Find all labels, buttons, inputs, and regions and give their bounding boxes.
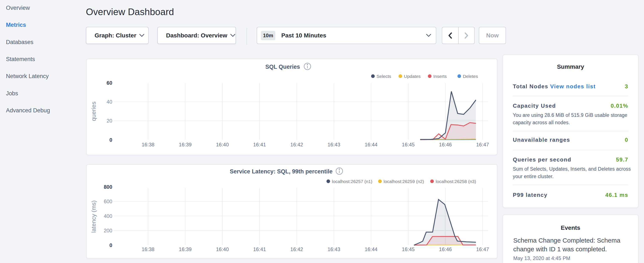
svg-text:16:46: 16:46 bbox=[439, 246, 452, 252]
svg-text:16:40: 16:40 bbox=[216, 246, 229, 252]
svg-text:16:47: 16:47 bbox=[476, 142, 489, 147]
svg-text:Updates: Updates bbox=[404, 74, 420, 79]
svg-text:16:42: 16:42 bbox=[290, 142, 303, 147]
svg-text:Service Latency: SQL, 99th per: Service Latency: SQL, 99th percentile bbox=[230, 168, 332, 175]
svg-text:16:41: 16:41 bbox=[253, 246, 266, 252]
svg-text:20: 20 bbox=[106, 118, 112, 124]
svg-text:16:46: 16:46 bbox=[439, 142, 452, 147]
svg-text:16:38: 16:38 bbox=[142, 246, 154, 252]
svg-text:SQL Queries: SQL Queries bbox=[265, 64, 300, 70]
svg-text:0: 0 bbox=[110, 137, 112, 143]
svg-text:400: 400 bbox=[104, 213, 112, 219]
svg-text:Deletes: Deletes bbox=[463, 74, 478, 79]
svg-text:200: 200 bbox=[104, 228, 112, 233]
svg-text:60: 60 bbox=[106, 80, 112, 86]
svg-text:Inserts: Inserts bbox=[433, 74, 447, 79]
svg-text:queries: queries bbox=[90, 102, 97, 121]
svg-text:16:38: 16:38 bbox=[142, 142, 154, 147]
svg-text:localhost:26257 (n1): localhost:26257 (n1) bbox=[332, 179, 372, 184]
svg-text:16:39: 16:39 bbox=[179, 246, 192, 252]
svg-text:16:44: 16:44 bbox=[365, 142, 378, 147]
svg-text:0: 0 bbox=[110, 242, 112, 248]
svg-text:40: 40 bbox=[106, 99, 112, 105]
svg-text:16:47: 16:47 bbox=[476, 246, 489, 252]
svg-text:16:39: 16:39 bbox=[179, 142, 192, 147]
svg-text:16:44: 16:44 bbox=[365, 246, 378, 252]
svg-text:16:43: 16:43 bbox=[328, 246, 340, 252]
svg-text:16:41: 16:41 bbox=[253, 142, 266, 147]
svg-text:localhost:26259 (n2): localhost:26259 (n2) bbox=[384, 179, 424, 184]
svg-text:600: 600 bbox=[104, 198, 112, 204]
svg-text:800: 800 bbox=[104, 184, 112, 190]
svg-text:localhost:26258 (n3): localhost:26258 (n3) bbox=[436, 179, 476, 184]
svg-text:16:42: 16:42 bbox=[290, 246, 303, 252]
svg-text:16:43: 16:43 bbox=[328, 142, 340, 147]
svg-text:Selects: Selects bbox=[376, 74, 391, 79]
svg-text:16:40: 16:40 bbox=[216, 142, 229, 147]
svg-text:latency (ms): latency (ms) bbox=[90, 200, 97, 233]
svg-text:16:45: 16:45 bbox=[402, 142, 414, 147]
svg-text:16:45: 16:45 bbox=[402, 246, 414, 252]
